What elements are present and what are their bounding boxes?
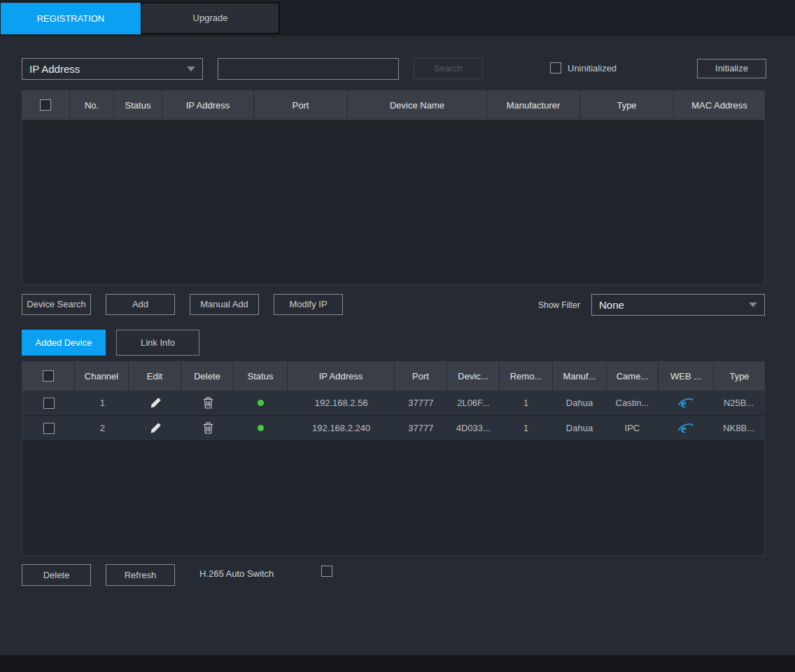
search-input[interactable] — [218, 58, 399, 80]
cell-type: N25B... — [713, 398, 764, 408]
manual-add-button[interactable]: Manual Add — [190, 294, 259, 315]
web-browser-button[interactable]: e — [658, 421, 713, 435]
ie-browser-icon: e — [678, 396, 694, 410]
initialize-button[interactable]: Initialize — [697, 59, 766, 78]
bottom-edge-strip — [0, 655, 795, 672]
table-row: 1 192.168.2.56 37777 2L06F... 1 Dahua Ca… — [22, 391, 764, 416]
svg-text:e: e — [681, 397, 687, 410]
delete-row-button[interactable] — [182, 397, 234, 409]
web-browser-button[interactable]: e — [658, 396, 713, 410]
col-ip-address: IP Address — [162, 90, 254, 120]
tab-link-info[interactable]: Link Info — [116, 330, 199, 356]
select-all-added-checkbox[interactable] — [43, 370, 54, 382]
trash-icon — [203, 397, 213, 409]
cell-ip: 192.168.2.56 — [288, 398, 395, 408]
added-table-body: 1 192.168.2.56 37777 2L06F... 1 Dahua Ca… — [22, 391, 765, 556]
device-table-body-empty — [22, 120, 765, 285]
col-manuf: Manuf... — [553, 361, 607, 391]
svg-text:e: e — [681, 422, 687, 435]
registration-screen: REGISTRATION Upgrade IP Address Search U… — [0, 0, 795, 672]
col-manufacturer: Manufacturer — [487, 90, 580, 120]
cell-camera: Castin... — [606, 398, 658, 408]
select-all-devices-checkbox[interactable] — [40, 99, 51, 111]
col-device-name: Device Name — [348, 90, 487, 120]
modify-ip-button[interactable]: Modify IP — [274, 294, 343, 315]
table-row: 2 192.168.2.240 37777 4D033... 1 Dahua I… — [22, 416, 764, 441]
edit-button[interactable] — [129, 397, 182, 409]
search-button[interactable]: Search — [414, 58, 483, 79]
cell-channel: 2 — [76, 423, 129, 433]
device-search-table: No. Status IP Address Port Device Name M… — [22, 90, 765, 285]
pencil-icon — [150, 397, 162, 409]
add-button[interactable]: Add — [106, 294, 175, 315]
col-remote: Remo... — [500, 361, 553, 391]
cell-remote: 1 — [500, 423, 553, 433]
ie-browser-icon: e — [678, 421, 694, 435]
col-web: WEB ... — [659, 361, 714, 391]
tab-upgrade[interactable]: Upgrade — [141, 2, 280, 34]
h265-auto-switch-label: H.265 Auto Switch — [199, 568, 274, 579]
cell-manufacturer: Dahua — [553, 398, 607, 408]
cell-port: 37777 — [395, 423, 447, 433]
show-filter-dropdown[interactable]: None — [591, 294, 765, 316]
refresh-button[interactable]: Refresh — [106, 564, 175, 586]
cell-device-name: 4D033... — [447, 423, 500, 433]
col-status: Status — [114, 90, 162, 120]
tab-registration[interactable]: REGISTRATION — [1, 3, 141, 34]
added-header-checkbox-cell — [22, 361, 75, 391]
tab-added-device[interactable]: Added Device — [22, 330, 106, 356]
show-filter-value: None — [599, 299, 624, 311]
col-camera: Came... — [607, 361, 659, 391]
cell-status — [234, 400, 288, 406]
col-delete: Delete — [181, 361, 234, 391]
cell-remote: 1 — [500, 398, 553, 408]
cell-device-name: 2L06F... — [447, 398, 500, 408]
trash-icon — [203, 422, 213, 434]
device-table-header: No. Status IP Address Port Device Name M… — [22, 90, 765, 120]
cell-manufacturer: Dahua — [553, 423, 607, 433]
col-device: Devic... — [447, 361, 500, 391]
cell-channel: 1 — [76, 398, 129, 408]
uninitialized-checkbox[interactable] — [550, 62, 561, 74]
added-device-table: Channel Edit Delete Status IP Address Po… — [22, 361, 765, 556]
online-status-icon — [258, 425, 264, 431]
top-tab-bar: REGISTRATION Upgrade — [0, 0, 795, 36]
device-search-button[interactable]: Device Search — [22, 294, 91, 315]
pencil-icon — [150, 422, 162, 434]
col-edit: Edit — [129, 361, 181, 391]
cell-type: NK8B... — [713, 423, 764, 433]
row-checkbox[interactable] — [43, 398, 55, 409]
col-port2: Port — [395, 361, 447, 391]
col-port: Port — [254, 90, 348, 120]
col-mac-address: MAC Address — [674, 90, 765, 120]
col-channel: Channel — [75, 361, 129, 391]
cell-camera: IPC — [606, 423, 658, 433]
col-no: No. — [70, 90, 114, 120]
show-filter-label: Show Filter — [538, 300, 580, 310]
col-ip-address2: IP Address — [288, 361, 395, 391]
cell-port: 37777 — [395, 398, 447, 408]
search-type-dropdown[interactable]: IP Address — [22, 58, 203, 80]
uninitialized-option: Uninitialized — [550, 62, 617, 74]
row-checkbox[interactable] — [43, 423, 55, 434]
delete-button[interactable]: Delete — [22, 564, 91, 586]
h265-auto-switch-checkbox[interactable] — [321, 566, 332, 577]
col-type2: Type — [714, 361, 765, 391]
online-status-icon — [258, 400, 264, 406]
edit-button[interactable] — [129, 422, 182, 434]
device-table-header-checkbox-cell — [22, 90, 70, 120]
delete-row-button[interactable] — [182, 422, 234, 434]
cell-status — [234, 425, 288, 431]
uninitialized-label: Uninitialized — [568, 63, 617, 74]
search-type-value: IP Address — [29, 63, 80, 75]
chevron-down-icon — [749, 302, 757, 307]
cell-ip: 192.168.2.240 — [288, 423, 395, 433]
added-table-header: Channel Edit Delete Status IP Address Po… — [22, 361, 765, 391]
col-status2: Status — [234, 361, 288, 391]
col-type: Type — [580, 90, 674, 120]
chevron-down-icon — [187, 66, 195, 71]
